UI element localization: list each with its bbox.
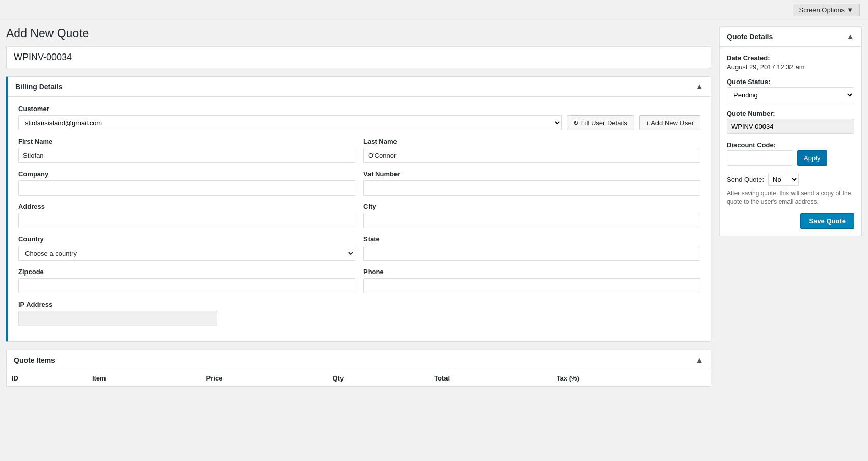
billing-details-body: Customer stiofansisland@gmail.com ↻ Fill… (8, 97, 711, 341)
date-created-label: Date Created: (727, 54, 854, 62)
main-layout: Add New Quote WPINV-00034 Billing Detail… (0, 20, 868, 401)
ip-address-input[interactable] (18, 311, 217, 326)
chevron-down-icon: ▼ (847, 6, 853, 14)
country-label: Country (18, 235, 355, 243)
quote-items-panel: Quote Items ▲ ID Item Price Qty Total Ta… (6, 350, 711, 387)
first-name-group: First Name (18, 138, 355, 163)
last-name-label: Last Name (363, 138, 700, 145)
quote-number-display: WPINV-00034 (14, 52, 72, 62)
company-label: Company (18, 170, 355, 178)
last-name-group: Last Name (363, 138, 700, 163)
billing-details-panel: Billing Details ▲ Customer stiofansislan… (6, 76, 711, 342)
discount-code-input-row: Apply (727, 150, 854, 166)
send-quote-row-outer: Send Quote: No Yes After saving quote, t… (727, 173, 854, 206)
ip-address-label: IP Address (18, 301, 217, 308)
country-group: Country Choose a country (18, 235, 355, 261)
discount-code-label: Discount Code: (727, 141, 854, 149)
billing-details-header: Billing Details ▲ (8, 77, 711, 97)
quote-number-label: Quote Number: (727, 110, 854, 117)
state-input[interactable] (363, 246, 700, 261)
zipcode-input[interactable] (18, 278, 355, 293)
address-group: Address (18, 203, 355, 228)
apply-label: Apply (804, 154, 821, 162)
send-quote-select[interactable]: No Yes (768, 173, 799, 186)
top-bar: Screen Options ▼ (0, 0, 868, 20)
country-select[interactable]: Choose a country (18, 246, 355, 261)
address-city-row: Address City (18, 203, 700, 228)
quote-items-header-row: ID Item Price Qty Total Tax (%) (7, 370, 711, 387)
quote-items-body: ID Item Price Qty Total Tax (%) (7, 370, 711, 387)
quote-status-row: Quote Status: Pending Approved Declined … (727, 78, 854, 102)
quote-items-table: ID Item Price Qty Total Tax (%) (7, 370, 711, 387)
phone-input[interactable] (363, 278, 700, 293)
col-qty: Qty (328, 370, 429, 387)
quote-items-title: Quote Items (14, 356, 55, 364)
country-state-row: Country Choose a country State (18, 235, 700, 261)
first-name-input[interactable] (18, 148, 355, 163)
city-label: City (363, 203, 700, 210)
side-panel-toggle[interactable]: ▲ (846, 32, 854, 41)
quote-items-header: Quote Items ▲ (7, 350, 711, 370)
add-new-user-label: + Add New User (646, 119, 694, 127)
screen-options-label: Screen Options (799, 6, 845, 14)
side-panel-inner: Quote Details ▲ Date Created: August 29,… (719, 26, 862, 236)
quote-number-bar: WPINV-00034 (6, 46, 711, 68)
page-title: Add New Quote (6, 26, 711, 40)
col-id: ID (7, 370, 87, 387)
last-name-input[interactable] (363, 148, 700, 163)
zipcode-label: Zipcode (18, 268, 355, 276)
state-group: State (363, 235, 700, 261)
send-quote-row: Send Quote: No Yes (727, 173, 854, 186)
ip-address-row: IP Address (18, 301, 700, 326)
apply-button[interactable]: Apply (797, 150, 827, 166)
send-quote-note: After saving quote, this will send a cop… (727, 189, 854, 206)
first-name-label: First Name (18, 138, 355, 145)
quote-items-toggle[interactable]: ▲ (695, 356, 703, 365)
save-quote-label: Save Quote (809, 217, 846, 225)
send-quote-label: Send Quote: (727, 176, 764, 183)
save-quote-wrap: Save Quote (727, 213, 854, 229)
quote-status-label: Quote Status: (727, 78, 854, 86)
discount-code-row: Discount Code: Apply (727, 141, 854, 166)
vat-number-group: Vat Number (363, 170, 700, 196)
customer-row: Customer stiofansisland@gmail.com ↻ Fill… (18, 105, 700, 130)
phone-group: Phone (363, 268, 700, 293)
address-input[interactable] (18, 213, 355, 228)
fill-user-details-button[interactable]: ↻ Fill User Details (567, 115, 634, 130)
vat-number-label: Vat Number (363, 170, 700, 178)
discount-code-input[interactable] (727, 150, 793, 166)
customer-label: Customer (18, 105, 562, 113)
company-group: Company (18, 170, 355, 196)
name-row: First Name Last Name (18, 138, 700, 163)
date-created-row: Date Created: August 29, 2017 12:32 am (727, 54, 854, 71)
company-vat-row: Company Vat Number (18, 170, 700, 196)
billing-details-toggle[interactable]: ▲ (695, 82, 703, 91)
state-label: State (363, 235, 700, 243)
customer-select[interactable]: stiofansisland@gmail.com (18, 115, 562, 130)
side-panel: Quote Details ▲ Date Created: August 29,… (719, 26, 862, 236)
address-label: Address (18, 203, 355, 210)
add-new-user-button[interactable]: + Add New User (639, 115, 700, 130)
billing-details-title: Billing Details (15, 83, 63, 91)
side-panel-header: Quote Details ▲ (720, 27, 861, 47)
save-quote-button[interactable]: Save Quote (800, 213, 854, 229)
quote-number-input[interactable] (727, 119, 854, 134)
screen-options-button[interactable]: Screen Options ▼ (793, 4, 860, 16)
vat-number-input[interactable] (363, 180, 700, 196)
company-input[interactable] (18, 180, 355, 196)
quote-status-select[interactable]: Pending Approved Declined Cancelled (727, 87, 854, 102)
side-panel-title: Quote Details (727, 33, 773, 41)
quote-number-row: Quote Number: (727, 110, 854, 134)
content-area: Add New Quote WPINV-00034 Billing Detail… (6, 26, 711, 395)
customer-select-wrap: Customer stiofansisland@gmail.com (18, 105, 562, 130)
city-input[interactable] (363, 213, 700, 228)
fill-user-details-label: Fill User Details (581, 119, 627, 127)
refresh-icon: ↻ (573, 119, 579, 127)
phone-label: Phone (363, 268, 700, 276)
date-created-value: August 29, 2017 12:32 am (727, 63, 854, 71)
city-group: City (363, 203, 700, 228)
col-item: Item (87, 370, 201, 387)
zipcode-group: Zipcode (18, 268, 355, 293)
side-panel-body: Date Created: August 29, 2017 12:32 am Q… (720, 47, 861, 236)
col-total: Total (429, 370, 551, 387)
